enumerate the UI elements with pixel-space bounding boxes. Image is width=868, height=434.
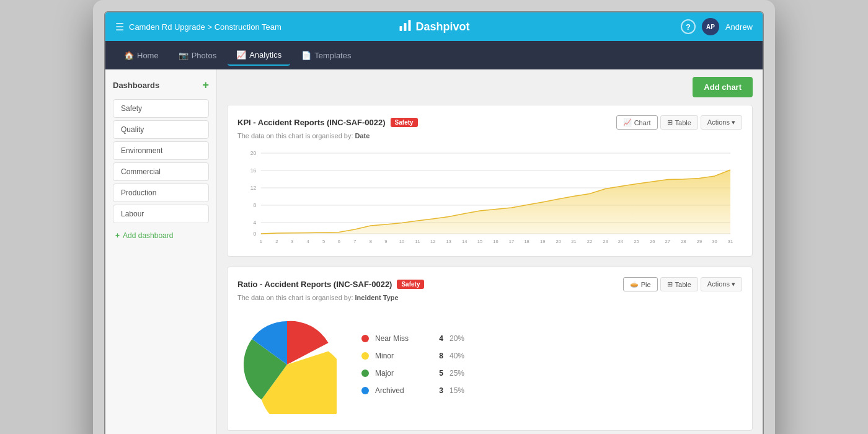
nav-item-photos[interactable]: 📷 Photos	[170, 46, 225, 65]
svg-text:23: 23	[603, 239, 608, 244]
sidebar-item-labour[interactable]: Labour	[113, 205, 209, 223]
chart-controls-2: 🥧 Pie ⊞ Table Actions ▾	[623, 277, 742, 291]
sidebar-header: Dashboards +	[113, 79, 209, 91]
svg-text:15: 15	[477, 239, 482, 244]
templates-icon: 📄	[301, 51, 311, 60]
chart-view-label: Chart	[634, 119, 651, 126]
content-header: Add chart	[217, 69, 763, 105]
chart-subtitle-2: The data on this chart is organised by: …	[237, 294, 742, 301]
chart-card-2: Ratio - Accident Reports (INC-SAF-0022) …	[227, 267, 753, 431]
pie-view-table-btn[interactable]: ⊞ Table	[660, 277, 698, 291]
svg-text:12: 12	[250, 185, 257, 191]
legend-pct-major: 25%	[450, 369, 471, 378]
svg-text:7: 7	[353, 239, 356, 244]
legend-label-archived: Archived	[375, 386, 425, 395]
pie-legend: Near Miss 4 20% Minor 8 40%	[361, 334, 471, 395]
nav-label-photos: Photos	[192, 51, 216, 60]
help-button[interactable]: ?	[681, 19, 696, 34]
main-layout: Dashboards + Safety Quality Environment …	[105, 69, 763, 434]
svg-text:12: 12	[430, 239, 435, 244]
svg-text:10: 10	[399, 239, 405, 244]
area-chart-svg: 0 4 8 12 16 20	[237, 147, 742, 246]
add-chart-button[interactable]: Add chart	[693, 77, 753, 97]
legend-label-major: Major	[375, 369, 425, 378]
hamburger-icon[interactable]: ☰	[115, 21, 124, 33]
add-dashboard-button[interactable]: + Add dashboard	[113, 227, 209, 244]
chart-view-table-btn[interactable]: ⊞ Table	[660, 115, 698, 130]
svg-text:6: 6	[338, 239, 340, 244]
legend-label-minor: Minor	[375, 352, 425, 360]
table-icon-2: ⊞	[667, 280, 673, 288]
sidebar-add-button[interactable]: +	[202, 79, 209, 91]
sidebar-title: Dashboards	[113, 81, 159, 90]
legend-dot-major	[361, 370, 369, 377]
sidebar-item-quality[interactable]: Quality	[113, 120, 209, 139]
nav-item-templates[interactable]: 📄 Templates	[293, 46, 360, 65]
svg-text:16: 16	[250, 167, 257, 174]
svg-rect-0	[399, 26, 402, 31]
svg-text:24: 24	[618, 239, 624, 244]
chart-card-2-header: Ratio - Accident Reports (INC-SAF-0022) …	[237, 277, 742, 291]
pie-view-label: Pie	[641, 281, 651, 288]
svg-text:26: 26	[650, 239, 655, 244]
svg-text:1: 1	[260, 239, 262, 244]
nav-item-analytics[interactable]: 📈 Analytics	[228, 45, 290, 66]
topbar-right: ? AP Andrew	[681, 18, 753, 35]
chart-title-row-2: Ratio - Accident Reports (INC-SAF-0022) …	[237, 280, 424, 289]
line-chart-1: 0 4 8 12 16 20	[237, 147, 742, 246]
table-view-label-2: Table	[675, 281, 691, 288]
svg-text:16: 16	[493, 239, 498, 244]
legend-pct-archived: 15%	[450, 386, 471, 395]
legend-item-archived: Archived 3 15%	[361, 386, 471, 395]
svg-text:0: 0	[254, 231, 257, 237]
svg-text:8: 8	[370, 239, 372, 244]
svg-text:25: 25	[634, 239, 639, 244]
svg-text:31: 31	[728, 239, 733, 244]
nav-item-home[interactable]: 🏠 Home	[115, 46, 167, 65]
photos-icon: 📷	[179, 51, 188, 60]
svg-text:14: 14	[462, 239, 467, 244]
pie-view-pie-btn[interactable]: 🥧 Pie	[623, 277, 658, 291]
legend-dot-minor	[361, 352, 369, 360]
chart-view-chart-btn[interactable]: 📈 Chart	[616, 115, 658, 130]
pie-icon: 🥧	[630, 280, 639, 288]
chart-subtitle-1: The data on this chart is organised by: …	[237, 132, 742, 140]
svg-text:9: 9	[384, 239, 387, 244]
brand-icon	[398, 19, 412, 35]
legend-pct-minor: 40%	[450, 352, 471, 360]
pie-chart-wrap	[237, 315, 337, 414]
add-dashboard-icon: +	[115, 231, 120, 240]
chart-card-1: KPI - Accident Reports (INC-SAF-0022) Sa…	[227, 105, 753, 257]
chart-icon: 📈	[623, 118, 632, 126]
svg-text:17: 17	[509, 239, 514, 244]
sidebar: Dashboards + Safety Quality Environment …	[105, 69, 217, 434]
pie-svg	[237, 315, 337, 414]
sidebar-item-environment[interactable]: Environment	[113, 141, 209, 160]
sidebar-item-production[interactable]: Production	[113, 184, 209, 202]
nav-label-home: Home	[137, 51, 159, 60]
svg-text:5: 5	[322, 239, 325, 244]
legend-item-major: Major 5 25%	[361, 369, 471, 378]
svg-rect-1	[404, 23, 406, 31]
svg-text:30: 30	[712, 239, 717, 244]
legend-value-nearmiss: 4	[431, 334, 443, 343]
chart-subtitle-field-2: Incident Type	[355, 294, 399, 301]
svg-text:11: 11	[415, 239, 420, 244]
svg-rect-2	[408, 20, 410, 31]
svg-text:20: 20	[556, 239, 562, 244]
breadcrumb: Camden Rd Upgrade > Construction Team	[129, 22, 281, 32]
svg-text:18: 18	[524, 239, 529, 244]
sidebar-item-commercial[interactable]: Commercial	[113, 162, 209, 181]
chart-badge-2: Safety	[397, 280, 424, 289]
svg-text:4: 4	[306, 239, 309, 244]
chart-actions-btn[interactable]: Actions ▾	[701, 115, 742, 130]
sidebar-item-safety[interactable]: Safety	[113, 99, 209, 118]
svg-text:8: 8	[254, 202, 257, 208]
svg-text:19: 19	[540, 239, 545, 244]
svg-text:4: 4	[254, 219, 257, 226]
svg-text:3: 3	[291, 239, 293, 244]
pie-actions-btn[interactable]: Actions ▾	[701, 277, 742, 291]
topbar: ☰ Camden Rd Upgrade > Construction Team …	[105, 12, 763, 41]
brand-name: Dashpivot	[415, 20, 469, 33]
nav-label-templates: Templates	[314, 51, 351, 60]
